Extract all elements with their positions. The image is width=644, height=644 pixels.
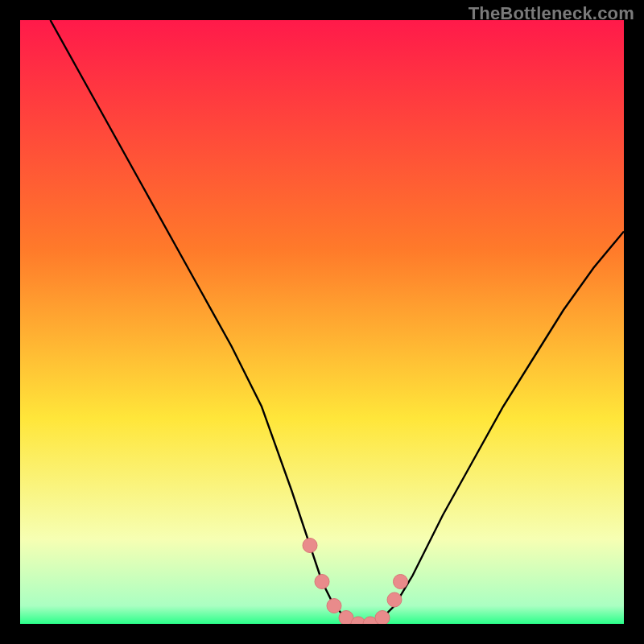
- marker-point: [327, 599, 341, 613]
- marker-point: [394, 575, 408, 589]
- watermark-text: TheBottleneck.com: [469, 3, 634, 24]
- marker-point: [387, 592, 402, 607]
- marker-point: [315, 575, 329, 589]
- marker-point: [375, 611, 390, 625]
- marker-point: [303, 539, 317, 553]
- plot-area: [20, 20, 624, 624]
- chart-svg: [20, 20, 624, 624]
- gradient-background: [20, 20, 624, 624]
- chart-frame: TheBottleneck.com: [0, 0, 644, 644]
